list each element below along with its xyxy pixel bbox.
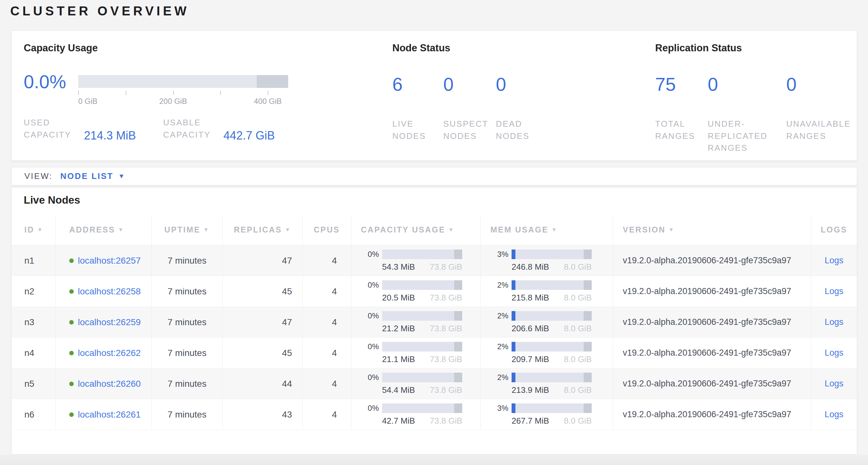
node-cpus: 4 (332, 317, 337, 327)
mem-usage-bar-fill (512, 280, 516, 290)
used-capacity-value: 214.3 MiB (84, 129, 136, 142)
mem-usage-percent: 3% (490, 250, 508, 259)
table-row: n6 localhost:26261 7 minutes 43 4 0% 42.… (11, 399, 857, 430)
capacity-percent: 0.0% (24, 75, 65, 88)
suspect-nodes-stat: 0 SUSPECT NODES (443, 75, 496, 142)
node-address-cell: localhost:26261 (56, 399, 152, 430)
column-header-label: MEM USAGE (490, 225, 549, 234)
node-replicas: 43 (282, 409, 292, 420)
replication-status-title: Replication Status (655, 42, 742, 54)
node-uptime: 7 minutes (168, 409, 207, 420)
node-uptime-cell: 7 minutes (152, 245, 223, 276)
logs-link[interactable]: Logs (825, 348, 844, 358)
table-row: n5 localhost:26260 7 minutes 44 4 0% 54.… (11, 369, 857, 399)
mem-usage-bar (512, 280, 592, 290)
node-id-cell: n5 (11, 369, 56, 399)
node-replicas-cell: 44 (223, 369, 303, 399)
node-uptime: 7 minutes (168, 379, 207, 389)
column-header-uptime[interactable]: UPTIME▼ (152, 214, 223, 245)
view-dropdown[interactable]: NODE LIST ▼ (60, 171, 124, 181)
column-header-label: CPUS (314, 225, 340, 234)
table-body: n1 localhost:26257 7 minutes 47 4 0% 54.… (11, 245, 857, 430)
mem-usage-bar (512, 311, 592, 321)
gauge-tick (126, 91, 126, 95)
gauge-ticks (78, 91, 288, 95)
node-uptime: 7 minutes (168, 256, 207, 266)
live-nodes-card: Live Nodes ID▼ ADDRESS▼ UPTIME▼ REPLICAS… (11, 187, 857, 455)
column-header-label: LOGS (821, 225, 847, 234)
logs-link[interactable]: Logs (825, 317, 844, 327)
node-address-link[interactable]: localhost:26260 (78, 379, 141, 389)
mem-used-value: 215.8 MiB (512, 293, 549, 303)
node-replicas: 45 (282, 348, 292, 358)
sort-icon: ▼ (203, 227, 210, 233)
mem-usage-bar (512, 373, 592, 382)
mem-usage-bar-cap (584, 342, 592, 351)
under-replicated-ranges-value: 0 (708, 75, 786, 94)
node-id-cell: n4 (11, 338, 56, 368)
column-header-label: VERSION (623, 225, 666, 234)
mem-usage-bar (512, 403, 592, 413)
node-uptime-cell: 7 minutes (152, 307, 223, 337)
capacity-usage-percent: 0% (361, 281, 379, 290)
column-header-capacity-usage[interactable]: CAPACITY USAGE▼ (351, 214, 481, 245)
node-address-link[interactable]: localhost:26261 (78, 409, 141, 420)
logs-link[interactable]: Logs (825, 379, 844, 389)
column-header-id[interactable]: ID▼ (11, 214, 56, 245)
column-header-mem-usage[interactable]: MEM USAGE▼ (481, 214, 613, 245)
column-header-version[interactable]: VERSION▼ (613, 214, 811, 245)
node-live-status-icon (69, 412, 74, 417)
column-header-replicas[interactable]: REPLICAS▼ (223, 214, 303, 245)
capacity-usage-cell: 0% 42.7 MiB 73.8 GiB (351, 399, 481, 430)
node-id-cell: n1 (11, 245, 56, 276)
node-replicas-cell: 45 (223, 338, 303, 368)
mem-used-value: 209.7 MiB (512, 354, 549, 364)
gauge-tick-label: 400 GiB (254, 97, 282, 106)
node-replicas: 47 (282, 256, 292, 266)
column-header-cpus: CPUS (303, 214, 351, 245)
mem-total-value: 8.0 GiB (564, 324, 592, 333)
suspect-nodes-label: SUSPECT NODES (443, 118, 490, 142)
unavailable-ranges-stat: 0 UNAVAILABLE RANGES (786, 75, 858, 154)
capacity-usage-cell: 0% 54.3 MiB 73.8 GiB (351, 245, 481, 276)
node-version: v19.2.0-alpha.20190606-2491-gfe735c9a97 (623, 286, 791, 296)
node-address-link[interactable]: localhost:26258 (78, 286, 141, 297)
capacity-usage-percent: 0% (361, 250, 379, 259)
usable-capacity-stat: USABLE CAPACITY 442.7 GiB (163, 117, 275, 141)
sort-icon: ▼ (118, 227, 124, 233)
used-capacity-stat: USED CAPACITY 214.3 MiB (24, 117, 136, 141)
node-cpus-cell: 4 (303, 399, 351, 430)
mem-usage-bar-cap (584, 403, 592, 413)
node-version-cell: v19.2.0-alpha.20190606-2491-gfe735c9a97 (613, 307, 811, 337)
node-address-link[interactable]: localhost:26257 (78, 256, 141, 266)
node-version: v19.2.0-alpha.20190606-2491-gfe735c9a97 (623, 317, 791, 327)
logs-link[interactable]: Logs (825, 256, 844, 265)
sort-icon: ▼ (448, 227, 455, 233)
live-nodes-label: LIVE NODES (392, 118, 439, 142)
logs-link[interactable]: Logs (825, 286, 844, 296)
capacity-total-value: 73.8 GiB (430, 354, 462, 364)
node-uptime: 7 minutes (168, 348, 207, 358)
mem-usage-cell: 2% 213.9 MiB 8.0 GiB (481, 369, 613, 399)
view-dropdown-selected[interactable]: NODE LIST (60, 171, 114, 181)
node-uptime: 7 minutes (168, 286, 207, 297)
under-replicated-ranges-label: UNDER-REPLICATED RANGES (708, 118, 782, 154)
node-id-cell: n6 (11, 399, 56, 430)
gauge-tick (268, 91, 268, 95)
node-address-link[interactable]: localhost:26262 (78, 348, 141, 358)
node-id: n4 (24, 348, 34, 358)
node-address-link[interactable]: localhost:26259 (78, 317, 141, 327)
capacity-usage-bar-cap (454, 403, 462, 413)
node-address-cell: localhost:26260 (56, 369, 152, 399)
node-status-title: Node Status (392, 42, 451, 54)
column-header-address[interactable]: ADDRESS▼ (56, 214, 152, 245)
mem-total-value: 8.0 GiB (564, 416, 592, 426)
node-cpus: 4 (332, 379, 337, 389)
node-live-status-icon (69, 320, 74, 324)
logs-link[interactable]: Logs (825, 409, 844, 419)
mem-total-value: 8.0 GiB (564, 293, 592, 303)
capacity-gauge-bar (78, 75, 288, 88)
cluster-summary-card: Capacity Usage 0.0% 0 GiB200 GiB400 GiB … (11, 30, 857, 161)
capacity-usage-cell: 0% 20.5 MiB 73.8 GiB (351, 276, 481, 307)
node-cpus-cell: 4 (303, 369, 351, 399)
